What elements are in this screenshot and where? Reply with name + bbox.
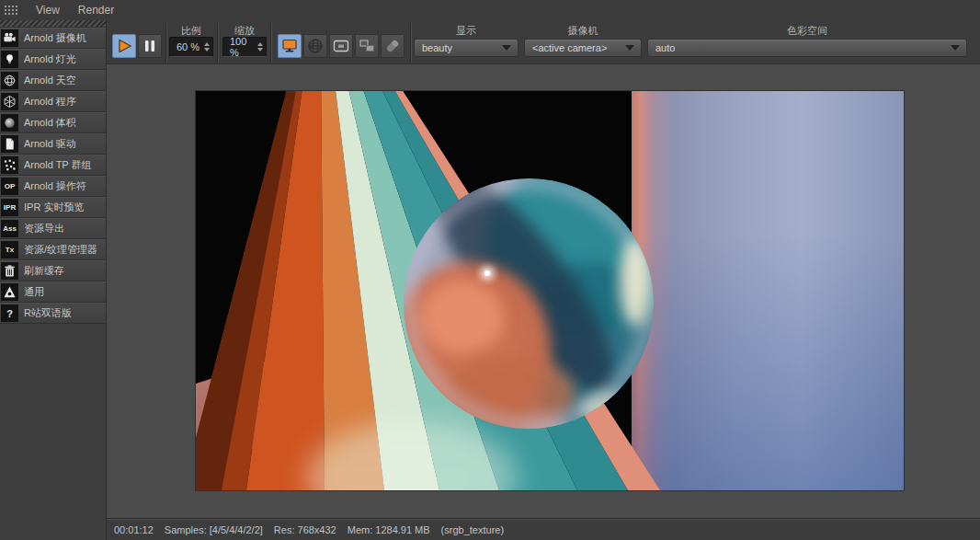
sidebar: Arnold 摄像机 Arnold 灯光 Arnold 天空 Arnold 程序	[0, 20, 107, 540]
sidebar-item-label: IPR 实时预览	[24, 201, 84, 214]
brush-icon	[383, 37, 402, 55]
camera-dropdown[interactable]: <active camera>	[524, 39, 642, 57]
crop-region-button[interactable]	[355, 34, 379, 58]
sidebar-item-arnold-light[interactable]: Arnold 灯光	[0, 49, 106, 70]
chevron-down-icon	[951, 45, 960, 51]
zoom-field[interactable]: 100 %	[222, 37, 267, 57]
sidebar-item-label: Arnold 程序	[24, 95, 76, 109]
op-icon: OP	[1, 178, 18, 195]
question-mark-icon: ?	[1, 304, 18, 322]
toolbar-separator	[270, 23, 272, 62]
colorspace-dropdown[interactable]: auto	[647, 39, 967, 57]
display-aov-value: beauty	[415, 42, 502, 53]
globe-icon	[306, 37, 325, 55]
sidebar-item-label: 刷新缓存	[24, 264, 64, 278]
tx-icon: Tx	[1, 241, 18, 259]
toolbar: 比例 60 % 缩放 100 %	[107, 20, 980, 64]
marquee-icon	[332, 37, 350, 55]
palette-grip-icon[interactable]	[4, 5, 19, 17]
sidebar-item-texture-manager[interactable]: Tx 资源/纹理管理器	[0, 239, 106, 260]
zoom-value: 100 %	[223, 36, 257, 58]
ipr-icon: IPR	[1, 199, 18, 216]
movie-camera-icon	[1, 29, 18, 47]
sidebar-item-arnold-procedural[interactable]: Arnold 程序	[0, 91, 106, 112]
document-icon	[1, 135, 18, 153]
scale-spinner[interactable]	[204, 42, 210, 52]
camera-label: 摄像机	[524, 24, 642, 36]
camera-value: <active camera>	[525, 42, 625, 53]
sidebar-item-arnold-camera[interactable]: Arnold 摄像机	[0, 28, 106, 49]
chevron-down-icon	[625, 45, 634, 51]
sidebar-item-label: Arnold 灯光	[24, 52, 76, 66]
ipr-window: View Render Arnold 摄像机 Arnold 灯光 Arnold …	[0, 0, 980, 540]
monitor-icon	[280, 37, 299, 55]
sidebar-item-arnold-volume[interactable]: Arnold 体积	[0, 112, 106, 133]
sidebar-item-label: 资源/纹理管理器	[24, 243, 97, 257]
texture-colorspace: (srgb_texture)	[441, 524, 504, 535]
overlapping-rectangles-icon	[358, 37, 376, 55]
render-time: 00:01:12	[114, 524, 154, 535]
sidebar-item-arnold-sky[interactable]: Arnold 天空	[0, 70, 106, 91]
pause-icon	[141, 37, 159, 55]
zoom-spinner[interactable]	[257, 42, 263, 52]
play-icon	[115, 37, 133, 55]
render-resolution: Res: 768x432	[274, 524, 336, 535]
render-memory: Mem: 1284.91 MB	[348, 524, 430, 535]
chevron-down-icon	[502, 45, 511, 51]
sidebar-item-label: Arnold 摄像机	[24, 31, 86, 45]
sidebar-item-general[interactable]: 通用	[0, 281, 106, 303]
sidebar-item-label: Arnold 天空	[24, 74, 76, 87]
sidebar-item-arnold-tp-group[interactable]: Arnold TP 群组	[0, 155, 106, 176]
render-image[interactable]	[196, 91, 904, 490]
scale-value: 60 %	[170, 41, 204, 52]
rendered-scene	[196, 91, 904, 490]
ass-icon: Ass	[1, 220, 18, 237]
render-samples: Samples: [4/5/4/4/2/2]	[165, 524, 263, 535]
sidebar-item-label: Arnold TP 群组	[24, 158, 92, 172]
colorspace-value: auto	[648, 42, 951, 53]
scale-label: 比例	[167, 24, 215, 36]
sidebar-item-arnold-driver[interactable]: Arnold 驱动	[0, 133, 106, 155]
zoom-label: 缩放	[221, 24, 268, 36]
procedural-wireframe-icon	[1, 93, 18, 110]
sidebar-item-ipr-preview[interactable]: IPR IPR 实时预览	[0, 197, 106, 218]
sidebar-item-label: 通用	[24, 285, 44, 299]
render-view-mode-button[interactable]	[278, 34, 302, 58]
menu-view[interactable]: View	[27, 1, 69, 19]
menu-render[interactable]: Render	[69, 1, 123, 19]
render-viewport	[107, 64, 980, 518]
sidebar-item-label: Arnold 驱动	[24, 137, 76, 151]
particles-icon	[1, 156, 18, 174]
sidebar-item-label: 资源导出	[24, 222, 64, 236]
palette-hatch-strip[interactable]	[0, 20, 106, 28]
pause-ipr-button[interactable]	[138, 34, 162, 58]
region-render-button[interactable]	[329, 34, 353, 58]
light-bulb-icon	[1, 51, 18, 68]
main-area: 比例 60 % 缩放 100 %	[107, 20, 980, 540]
status-bar: 00:01:12 Samples: [4/5/4/4/2/2] Res: 768…	[107, 518, 980, 540]
sidebar-item-label: Arnold 操作符	[24, 179, 86, 193]
sidebar-item-label: Arnold 体积	[24, 116, 76, 130]
colorspace-label: 色彩空间	[647, 24, 967, 36]
display-label: 显示	[414, 24, 518, 36]
arnold-logo-icon	[1, 283, 18, 301]
menu-bar: View Render	[0, 0, 980, 20]
display-aov-dropdown[interactable]: beauty	[414, 39, 518, 57]
sidebar-item-export-ass[interactable]: Ass 资源导出	[0, 218, 106, 239]
toolbar-separator	[217, 23, 219, 62]
sidebar-item-flush-cache[interactable]: 刷新缓存	[0, 260, 106, 281]
sidebar-item-arnold-operator[interactable]: OP Arnold 操作符	[0, 176, 106, 197]
scene-update-button[interactable]	[303, 34, 327, 58]
sidebar-item-label: R站双语版	[24, 306, 72, 320]
debug-shading-button[interactable]	[381, 34, 405, 58]
start-ipr-button[interactable]	[112, 34, 136, 58]
scale-field[interactable]: 60 %	[169, 37, 213, 57]
volume-sphere-icon	[1, 114, 18, 132]
trash-icon	[1, 262, 18, 280]
sky-globe-icon	[1, 72, 18, 89]
toolbar-separator	[410, 23, 412, 62]
sidebar-item-rstation-bilingual[interactable]: ? R站双语版	[0, 303, 106, 324]
